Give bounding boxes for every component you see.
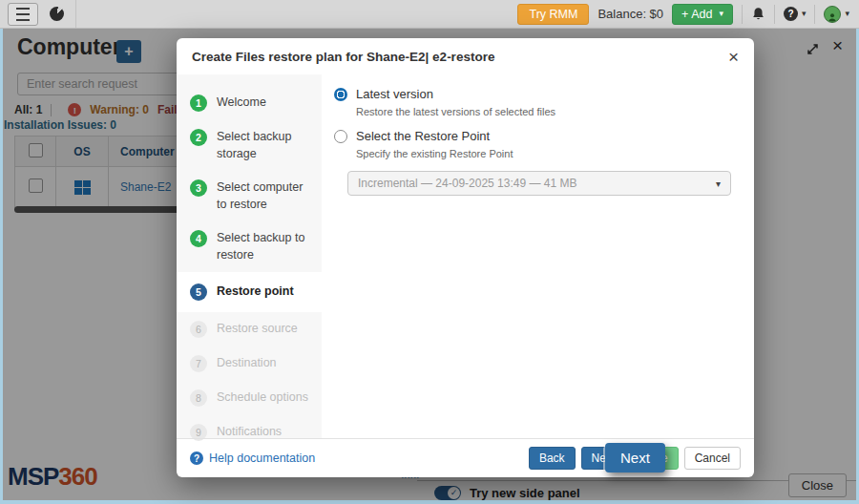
cancel-button[interactable]: Cancel — [684, 447, 741, 470]
step-schedule-options: 8 Schedule options — [177, 381, 322, 415]
chevron-down-icon: ▾ — [845, 10, 849, 18]
try-rmm-button[interactable]: Try RMM — [517, 4, 589, 25]
step-number-badge: 8 — [190, 389, 207, 407]
top-bar: Try RMM Balance: $0 + Add ▾ ? ▾ ▾ — [0, 0, 859, 29]
chevron-down-icon: ▾ — [716, 178, 721, 189]
step-select-backup-storage[interactable]: 2 Select backup storage — [177, 120, 322, 171]
restore-plan-wizard-dialog: Create Files restore plan for Shane-E2| … — [177, 38, 754, 477]
step-number-badge: 1 — [190, 94, 207, 112]
notifications-bell-icon[interactable] — [751, 7, 765, 22]
restore-point-select: Incremental — 24-09-2025 13:49 — 41 MB ▾ — [347, 171, 731, 196]
restore-point-description: Specify the existing Restore Point — [356, 148, 743, 159]
step-select-computer[interactable]: 3 Select computer to restore — [177, 171, 322, 221]
help-icon: ? — [190, 452, 203, 465]
balance-label: Balance: $0 — [597, 7, 663, 21]
divider — [742, 5, 743, 24]
add-dropdown-button[interactable]: + Add ▾ — [672, 4, 733, 25]
help-icon: ? — [784, 7, 798, 21]
hamburger-icon — [16, 8, 30, 21]
dialog-title: Create Files restore plan for Shane-E2| … — [192, 50, 494, 64]
help-menu-button[interactable]: ? ▾ — [784, 7, 807, 21]
step-number-badge: 7 — [190, 355, 207, 372]
dialog-close-icon[interactable]: × — [728, 48, 739, 66]
menu-icon[interactable] — [8, 3, 38, 26]
step-welcome[interactable]: 1 Welcome — [177, 86, 322, 120]
wizard-content: Latest version Restore the latest versio… — [322, 74, 754, 438]
step-number-badge: 6 — [190, 321, 207, 338]
chevron-down-icon: ▾ — [802, 10, 807, 18]
step-number-badge: 4 — [190, 230, 207, 247]
step-restore-point[interactable]: 5 Restore point — [177, 272, 322, 312]
pie-chart-icon[interactable] — [50, 7, 64, 21]
divider — [774, 5, 775, 24]
window-edge — [0, 500, 859, 504]
step-number-badge: 2 — [190, 129, 207, 146]
next-button-highlight-overlay[interactable]: Next — [605, 443, 665, 472]
step-number-badge: 3 — [190, 179, 207, 197]
wizard-steps: 1 Welcome 2 Select backup storage 3 Sele… — [177, 74, 322, 438]
app-window: Computers + All: 1 ! Warning: 0 Failed: … — [0, 0, 859, 504]
divider — [75, 0, 76, 28]
user-menu-button[interactable]: ▾ — [824, 6, 849, 23]
chevron-down-icon: ▾ — [719, 10, 723, 18]
select-restore-point-option[interactable]: Select the Restore Point — [334, 129, 743, 143]
step-restore-source: 6 Restore source — [177, 312, 322, 346]
step-number-badge: 5 — [190, 284, 207, 301]
divider — [814, 5, 815, 24]
dialog-footer: ? Help documentation Back Next Save Canc… — [177, 438, 754, 477]
help-documentation-link[interactable]: ? Help documentation — [190, 452, 315, 465]
back-button[interactable]: Back — [529, 447, 576, 470]
restore-point-select-value: Incremental — 24-09-2025 13:49 — 41 MB — [358, 177, 576, 190]
step-destination: 7 Destination — [177, 346, 322, 381]
latest-version-description: Restore the latest versions of selected … — [356, 106, 743, 117]
user-avatar-icon — [824, 6, 841, 23]
window-edge — [0, 29, 3, 504]
latest-version-option[interactable]: Latest version — [334, 87, 743, 101]
step-select-backup[interactable]: 4 Select backup to restore — [177, 221, 322, 272]
radio-unselected-icon[interactable] — [334, 130, 347, 143]
dialog-header: Create Files restore plan for Shane-E2| … — [177, 38, 754, 74]
radio-selected-icon[interactable] — [334, 88, 347, 101]
